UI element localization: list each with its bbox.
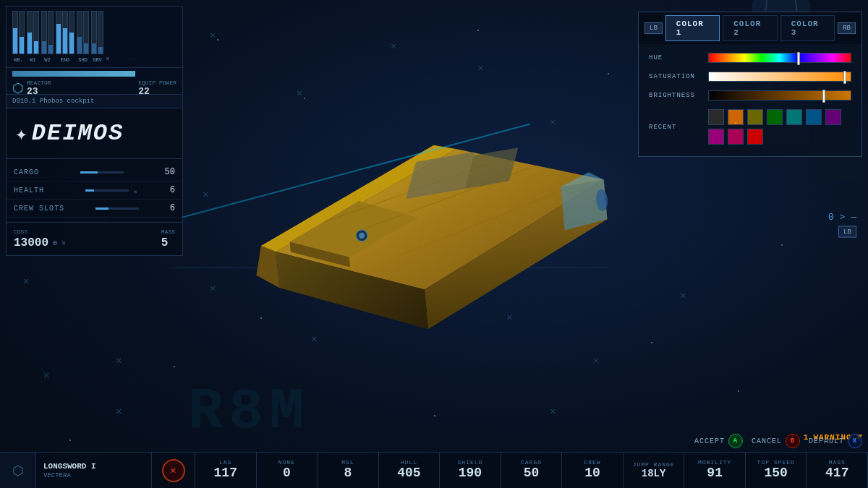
saturation-thumb[interactable] xyxy=(843,71,846,84)
bar-segment xyxy=(62,11,68,54)
ship-3d-view xyxy=(174,58,680,405)
stat-cargo-bar xyxy=(80,171,124,174)
bar-label: ENG xyxy=(61,57,70,63)
remove-cost-icon[interactable]: ✕ xyxy=(61,239,66,247)
power-bar-grv: GRV xyxy=(91,11,103,63)
stat-health-value: 6 xyxy=(170,185,175,195)
footer-stat-label-none: NONE xyxy=(278,459,295,466)
footer-stat-value-mobility: 91 xyxy=(707,466,723,481)
reactor-label: REACTOR xyxy=(27,80,51,86)
accept-key[interactable]: A xyxy=(728,434,743,448)
bar-label: WB. xyxy=(14,57,23,63)
footer-stat-cargo: CARGO 50 xyxy=(501,453,563,488)
mass-label: MASS xyxy=(161,228,175,235)
recent-swatch-1[interactable] xyxy=(728,109,744,125)
color-tab-2[interactable]: COLOR 2 xyxy=(723,15,777,41)
cross-marker: ✕ xyxy=(43,369,49,381)
footer-stat-label-jump: JUMP RANGE xyxy=(633,461,675,468)
cancel-label: CANCEL xyxy=(752,437,782,445)
recent-swatch-5[interactable] xyxy=(806,109,822,125)
footer-stat-msl: MSL 8 xyxy=(318,453,379,488)
default-key[interactable]: X xyxy=(848,434,862,448)
footer-stat-value-crew: 10 xyxy=(584,466,600,481)
footer-stat-label-cargo: CARGO xyxy=(521,459,542,466)
bar-segment xyxy=(98,11,103,54)
stat-row-cargo: CARGO 50 xyxy=(7,163,182,181)
lb-left-button[interactable]: LB xyxy=(644,22,663,34)
rb-right-button[interactable]: RB xyxy=(838,22,856,34)
recent-swatch-4[interactable] xyxy=(786,109,802,125)
recent-label: RECENT xyxy=(649,124,701,131)
stat-cargo-value: 50 xyxy=(165,167,175,177)
color-picker-panel: LB COLOR 1 COLOR 2 COLOR 3 RB HUE SATURA… xyxy=(638,12,862,157)
bar-segment xyxy=(56,11,61,54)
power-bar-shd: SHD xyxy=(77,11,89,63)
cancel-button-area[interactable]: ✕ xyxy=(152,453,195,488)
default-label: DEFAULT xyxy=(809,437,844,445)
ship-stats-list: CARGO 50 HEALTH ✕ 6 CREW SLOTS 6 xyxy=(7,159,182,222)
footer-stat-value-las: 117 xyxy=(214,466,237,481)
stat-row-health: HEALTH ✕ 6 xyxy=(7,181,182,200)
cross-marker: ✕ xyxy=(116,354,122,367)
footer-stat-mobility: MOBILITY 91 xyxy=(684,453,746,488)
recent-swatch-6[interactable] xyxy=(825,109,841,125)
footer-stat-mass: MASS 417 xyxy=(807,453,868,488)
footer-stat-label-shield: SHIELD xyxy=(458,459,483,466)
remove-health-icon[interactable]: ✕ xyxy=(133,188,137,196)
brightness-thumb[interactable] xyxy=(822,90,825,103)
bar-segment xyxy=(19,11,25,54)
footer-stat-value-msl: 8 xyxy=(344,466,352,481)
cancel-action[interactable]: CANCEL B xyxy=(752,434,800,448)
bar-segment xyxy=(33,11,39,54)
action-buttons: ACCEPT A CANCEL B DEFAULT X xyxy=(694,434,862,448)
footer-stat-value-cargo: 50 xyxy=(524,466,540,481)
stat-crew-label: CREW SLOTS xyxy=(14,205,64,213)
recent-swatch-9[interactable] xyxy=(747,129,763,145)
footer-stat-label-speed: TOP SPEED xyxy=(757,459,795,466)
accept-label: ACCEPT xyxy=(694,437,725,445)
bar-label: SHD xyxy=(78,57,88,63)
bar-segment xyxy=(48,11,54,54)
ship-silhouette-icon: ⬡ xyxy=(12,463,24,479)
footer-stat-value-speed: 150 xyxy=(764,466,787,481)
saturation-label: SATURATION xyxy=(649,73,701,80)
brand-icon: ✦ xyxy=(15,121,27,146)
bar-label: GRV xyxy=(93,57,102,63)
cancel-key[interactable]: B xyxy=(786,434,800,448)
accept-action[interactable]: ACCEPT A xyxy=(694,434,743,448)
recent-swatch-2[interactable] xyxy=(747,109,763,125)
default-action[interactable]: DEFAULT X xyxy=(809,434,862,448)
recent-swatch-3[interactable] xyxy=(767,109,783,125)
ship-logo: ✦ DEIMOS xyxy=(15,120,124,147)
power-bar-eng: ENG xyxy=(56,11,75,63)
saturation-slider[interactable] xyxy=(708,72,851,82)
remove-icon[interactable]: ✕ xyxy=(106,54,110,63)
footer-stat-label-hull: HULL xyxy=(401,459,417,466)
hue-thumb[interactable] xyxy=(797,52,800,65)
brightness-row: BRIGHTNESS xyxy=(649,90,851,100)
cost-mass-bar: COST 13000 ⊙ ✕ MASS 5 xyxy=(7,222,182,255)
recent-row: RECENT xyxy=(649,109,851,145)
hue-slider[interactable] xyxy=(708,53,851,63)
cross-marker: ✕ xyxy=(23,275,29,287)
footer-stat-jump: JUMP RANGE 18LY xyxy=(624,453,685,488)
hue-row: HUE xyxy=(649,53,851,63)
color-tab-1[interactable]: COLOR 1 xyxy=(665,15,720,41)
recent-swatch-8[interactable] xyxy=(728,129,744,145)
bar-segment xyxy=(77,11,82,54)
power-meter-fill xyxy=(12,71,135,77)
bar-segment xyxy=(91,11,97,54)
recent-swatch-0[interactable] xyxy=(708,109,724,125)
equip-power-label: EQUIP POWER xyxy=(138,80,176,86)
cancel-circle-button[interactable]: ✕ xyxy=(162,459,185,482)
footer-ship-icon: ⬡ xyxy=(0,453,36,488)
power-bar-wb: WB. xyxy=(12,11,25,63)
brightness-label: BRIGHTNESS xyxy=(649,92,701,99)
ship-logo-area: ✦ DEIMOS xyxy=(7,108,182,159)
recent-swatch-7[interactable] xyxy=(708,129,724,145)
color-tab-3[interactable]: COLOR 3 xyxy=(780,15,835,41)
cross-marker: ✕ xyxy=(116,405,122,417)
lb-indicator[interactable]: LB xyxy=(838,226,856,238)
brightness-slider[interactable] xyxy=(708,90,851,100)
cross-marker: ✕ xyxy=(550,405,556,417)
